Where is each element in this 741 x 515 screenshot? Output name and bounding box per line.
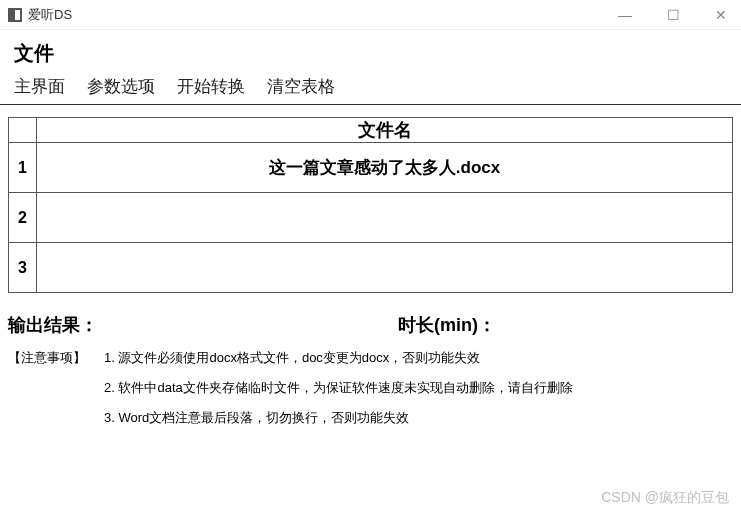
column-header-filename: 文件名	[37, 118, 733, 143]
file-table-wrap: 文件名 1 这一篇文章感动了太多人.docx 2 3	[0, 117, 741, 293]
app-icon	[8, 8, 22, 22]
filename-cell[interactable]	[37, 243, 733, 293]
menu-clear[interactable]: 清空表格	[267, 75, 335, 98]
menu-main[interactable]: 主界面	[14, 75, 65, 98]
notes-label: 【注意事项】	[8, 349, 86, 427]
filename-cell[interactable]	[37, 193, 733, 243]
table-corner	[9, 118, 37, 143]
maximize-button[interactable]: ☐	[661, 7, 685, 23]
row-number: 3	[9, 243, 37, 293]
table-row[interactable]: 1 这一篇文章感动了太多人.docx	[9, 143, 733, 193]
note-item: 3. Word文档注意最后段落，切勿换行，否则功能失效	[104, 409, 573, 427]
row-number: 1	[9, 143, 37, 193]
section-title: 文件	[0, 30, 741, 75]
output-duration-label: 时长(min)：	[398, 313, 496, 337]
table-header-row: 文件名	[9, 118, 733, 143]
table-row[interactable]: 3	[9, 243, 733, 293]
menu-start[interactable]: 开始转换	[177, 75, 245, 98]
output-row: 输出结果： 时长(min)：	[0, 293, 741, 343]
minimize-button[interactable]: —	[613, 7, 637, 23]
table-row[interactable]: 2	[9, 193, 733, 243]
close-button[interactable]: ✕	[709, 7, 733, 23]
file-table: 文件名 1 这一篇文章感动了太多人.docx 2 3	[8, 117, 733, 293]
note-item: 2. 软件中data文件夹存储临时文件，为保证软件速度未实现自动删除，请自行删除	[104, 379, 573, 397]
menu-options[interactable]: 参数选项	[87, 75, 155, 98]
divider	[0, 104, 741, 105]
window-controls: — ☐ ✕	[613, 7, 733, 23]
row-number: 2	[9, 193, 37, 243]
notes-section: 【注意事项】 1. 源文件必须使用docx格式文件，doc变更为docx，否则功…	[0, 343, 741, 427]
output-result-label: 输出结果：	[8, 313, 98, 337]
filename-cell[interactable]: 这一篇文章感动了太多人.docx	[37, 143, 733, 193]
window-title: 爱听DS	[28, 6, 613, 24]
menu-bar: 主界面 参数选项 开始转换 清空表格	[0, 75, 741, 104]
watermark: CSDN @疯狂的豆包	[601, 489, 729, 507]
notes-list: 1. 源文件必须使用docx格式文件，doc变更为docx，否则功能失效 2. …	[104, 349, 573, 427]
titlebar: 爱听DS — ☐ ✕	[0, 0, 741, 30]
note-item: 1. 源文件必须使用docx格式文件，doc变更为docx，否则功能失效	[104, 349, 573, 367]
